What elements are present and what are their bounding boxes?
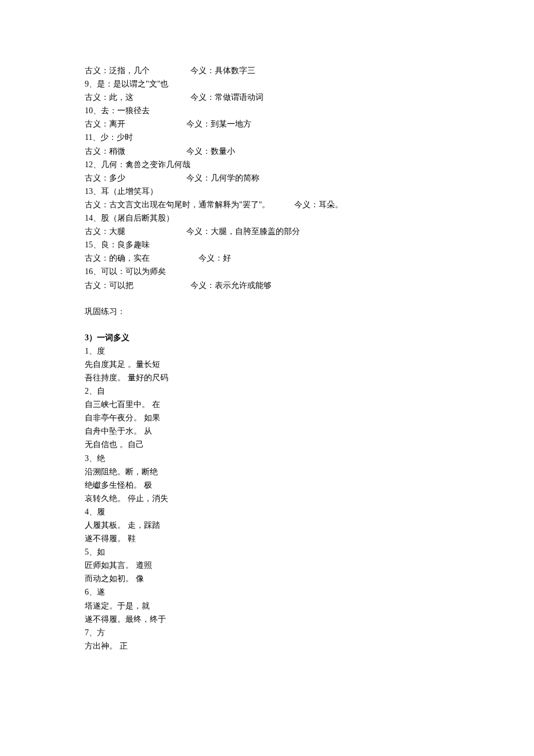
poly-line: 无自信也 。自己 [85,438,449,451]
gu-jin-row: 古义：古文言文出现在句尾时，通常解释为"罢了"。 今义：耳朵。 [85,198,449,211]
poly-line: 先自度其足 。量长短 [85,358,449,371]
entry-head: 13、耳（止增笑耳） [85,185,449,198]
poly-line: 自三峡七百里中。 在 [85,398,449,411]
poly-head: 1、度 [85,344,449,358]
poly-head: 7、方 [85,626,449,639]
entry-head: 16、可以：可以为师矣 [85,265,449,278]
gu-text: 古义：泛指，几个 [85,66,150,75]
poly-line: 绝巘多生怪柏。 极 [85,478,449,492]
gu-jin-row: 古义：稍微 今义：数量小 [85,145,449,158]
poly-line: 方出神。 正 [85,639,449,653]
poly-line: 哀转久绝。 停止，消失 [85,492,449,505]
spacer [85,318,449,331]
spacer [85,292,449,305]
gu-jin-row: 古义：泛指，几个 今义：具体数字三 [85,64,449,77]
practice-label: 巩固练习： [85,305,449,318]
poly-head: 5、如 [85,545,449,559]
gu-jin-row: 古义：离开 今义：到某一地方 [85,117,449,131]
section3-heading: 3）一词多义 [85,331,449,344]
gu-jin-row: 古义：大腿 今义：大腿，自胯至膝盖的部分 [85,225,449,238]
poly-line: 自舟中坠于水。 从 [85,424,449,438]
poly-line: 沿溯阻绝。断，断绝 [85,465,449,478]
entry-head: 10、去：一狼径去 [85,104,449,117]
poly-head: 4、履 [85,505,449,519]
poly-head: 2、自 [85,384,449,398]
gu-jin-row: 古义：可以把 今义：表示允许或能够 [85,279,449,292]
poly-line: 遂不得履。最终，终于 [85,613,449,626]
poly-line: 而动之如初。 像 [85,572,449,585]
poly-line: 自非亭午夜分。 如果 [85,411,449,424]
entry-head: 15、良：良多趣味 [85,238,449,251]
poly-line: 人履其板。 走，踩踏 [85,519,449,532]
poly-line: 塔遂定。于是，就 [85,599,449,613]
entry-head: 9、是：是以谓之"文"也 [85,77,449,91]
entry-head: 11、少：少时 [85,131,449,144]
gu-jin-row: 古义：多少 今义：几何学的简称 [85,171,449,185]
poly-line: 匠师如其言。 遵照 [85,559,449,572]
entry-head: 12、几何：禽兽之变诈几何哉 [85,158,449,171]
gu-jin-row: 古义：的确，实在 今义：好 [85,251,449,265]
poly-head: 6、遂 [85,585,449,599]
jin-text: 今义：具体数字三 [190,66,255,75]
entry-head: 14、股（屠自后断其股） [85,211,449,225]
poly-head: 3、绝 [85,452,449,465]
poly-line: 遂不得履。 鞋 [85,532,449,545]
gu-jin-row: 古义：此，这 今义：常做谓语动词 [85,91,449,104]
poly-line: 吾往持度。 量好的尺码 [85,371,449,384]
document-page: 古义：泛指，几个 今义：具体数字三 9、是：是以谓之"文"也古义：此，这 今义：… [0,0,534,756]
